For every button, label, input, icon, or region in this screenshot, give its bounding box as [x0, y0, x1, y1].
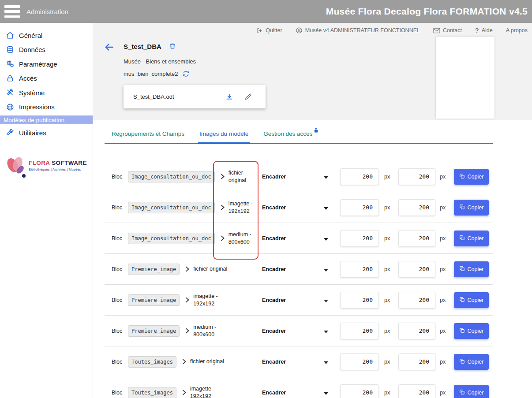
arrow-left-icon — [104, 41, 115, 53]
template-code: mus_bien_complete2 — [124, 71, 178, 77]
copier-button[interactable]: Copier — [454, 292, 489, 308]
quit-button[interactable]: Quitter — [256, 27, 282, 34]
chevron-right-icon[interactable] — [221, 205, 225, 210]
width-input[interactable] — [340, 199, 379, 216]
chevron-right-icon[interactable] — [185, 297, 189, 303]
encadrer-value: Encadrer — [262, 390, 286, 396]
chevron-right-icon[interactable] — [221, 174, 225, 179]
tab-regroupements-et-champs[interactable]: Regroupements et Champs — [110, 130, 186, 143]
sidebar: Général Données Paramétrage Ac — [0, 23, 93, 398]
chevron-right-icon[interactable] — [185, 328, 189, 334]
height-input[interactable] — [398, 230, 435, 247]
tab-gestion-des-acces[interactable]: Gestion des accès — [262, 127, 320, 143]
width-input[interactable] — [340, 384, 379, 398]
bloc-field[interactable]: Premiere_image — [128, 294, 180, 306]
sidebar-item-donnees[interactable]: Données — [0, 43, 93, 57]
contact-button[interactable]: Contact — [433, 27, 462, 33]
chevron-right-icon[interactable] — [182, 359, 186, 365]
caret-down-icon — [324, 296, 328, 304]
encadrer-select[interactable]: Encadrer — [262, 285, 328, 315]
sidebar-item-acces[interactable]: Accès — [0, 71, 93, 86]
image-variant-label: fichier original — [190, 358, 226, 365]
bloc-label: Bloc — [112, 328, 128, 334]
height-input[interactable] — [398, 199, 435, 216]
image-variant-label: medium - 800x600 — [193, 324, 229, 338]
height-input[interactable] — [398, 384, 435, 398]
sidebar-item-label: Modèles de publication — [4, 117, 64, 123]
encadrer-select[interactable]: Encadrer — [262, 346, 328, 377]
copier-button[interactable]: Copier — [454, 385, 489, 398]
table-row: Bloc Toutes_images fichier original Enca… — [105, 346, 493, 377]
width-input[interactable] — [340, 230, 379, 247]
copy-icon — [459, 327, 465, 335]
px-unit-label: px — [384, 390, 390, 396]
sidebar-item-systeme[interactable]: Système — [0, 86, 93, 100]
edit-button[interactable] — [244, 93, 252, 101]
encadrer-select[interactable]: Encadrer — [262, 254, 328, 284]
bloc-label: Bloc — [112, 390, 128, 396]
height-input[interactable] — [398, 292, 435, 309]
encadrer-select[interactable]: Encadrer — [262, 316, 328, 346]
pencil-icon — [244, 93, 252, 101]
current-user[interactable]: Musée v4 ADMINISTRATEUR FONCTIONNEL — [296, 27, 420, 34]
sidebar-item-impressions[interactable]: Impressions — [0, 100, 93, 115]
chevron-right-icon[interactable] — [182, 390, 186, 395]
copier-button[interactable]: Copier — [454, 200, 489, 216]
about-button[interactable]: A propos — [506, 27, 528, 33]
chevron-right-icon[interactable] — [221, 235, 225, 241]
delete-button[interactable] — [169, 42, 176, 50]
copy-icon — [459, 266, 465, 273]
height-input[interactable] — [398, 353, 435, 370]
width-input[interactable] — [340, 261, 379, 278]
help-button[interactable]: ? Aide — [475, 27, 493, 34]
record-header-panel: Quitter Musée v4 ADMINISTRATEUR FONCTION… — [93, 23, 532, 120]
sidebar-item-utilitaires[interactable]: Utilitaires — [0, 126, 93, 140]
width-input[interactable] — [340, 292, 379, 309]
width-input[interactable] — [340, 323, 379, 339]
width-input[interactable] — [340, 168, 379, 185]
copier-button[interactable]: Copier — [454, 169, 489, 185]
height-input[interactable] — [398, 261, 435, 278]
sidebar-item-label: Accès — [19, 74, 37, 82]
refresh-button[interactable] — [182, 70, 190, 78]
copier-button[interactable]: Copier — [454, 323, 489, 339]
application-window: Administration Musée Flora Decalog Flora… — [0, 0, 532, 398]
table-row: Bloc Image_consultation_ou_doc medium - … — [105, 223, 493, 254]
chevron-right-icon[interactable] — [185, 266, 189, 272]
images-table-rows: Bloc Image_consultation_ou_doc fichier o… — [105, 161, 493, 398]
sidebar-item-parametrage[interactable]: Paramétrage — [0, 57, 93, 71]
bloc-field[interactable]: Toutes_images — [128, 387, 176, 398]
bloc-field[interactable]: Image_consultation_ou_doc — [128, 202, 215, 213]
caret-down-icon — [324, 173, 328, 181]
encadrer-select[interactable]: Encadrer — [262, 161, 328, 192]
encadrer-value: Encadrer — [262, 328, 286, 334]
download-button[interactable] — [225, 93, 234, 101]
encadrer-select[interactable]: Encadrer — [262, 192, 328, 223]
bloc-field[interactable]: Premiere_image — [128, 325, 180, 337]
brand-tagline: Bibliothèques | Archives | Musées — [29, 167, 87, 171]
px-unit-label: px — [384, 359, 390, 365]
sidebar-item-modeles-de-publication[interactable]: Modèles de publication — [0, 115, 93, 124]
copier-button[interactable]: Copier — [454, 261, 489, 277]
copier-button[interactable]: Copier — [454, 354, 489, 370]
bloc-field[interactable]: Image_consultation_ou_doc — [128, 171, 215, 182]
height-input[interactable] — [398, 168, 435, 185]
caret-down-icon — [324, 389, 328, 397]
px-unit-label: px — [440, 235, 446, 242]
bloc-label: Bloc — [112, 297, 128, 303]
copier-label: Copier — [468, 390, 484, 396]
px-unit-label: px — [440, 328, 446, 334]
bloc-field[interactable]: Premiere_image — [128, 264, 180, 275]
encadrer-select[interactable]: Encadrer — [262, 377, 328, 398]
tab-images-du-modele[interactable]: Images du modèle — [198, 130, 250, 144]
bloc-field[interactable]: Toutes_images — [128, 356, 176, 368]
width-input[interactable] — [340, 353, 379, 370]
trash-icon — [169, 42, 176, 50]
menu-icon[interactable] — [4, 5, 20, 18]
copier-button[interactable]: Copier — [454, 231, 489, 246]
sidebar-item-general[interactable]: Général — [0, 28, 93, 43]
height-input[interactable] — [398, 323, 435, 339]
bloc-field[interactable]: Image_consultation_ou_doc — [128, 233, 215, 244]
back-button[interactable] — [104, 41, 115, 53]
encadrer-select[interactable]: Encadrer — [262, 223, 328, 253]
